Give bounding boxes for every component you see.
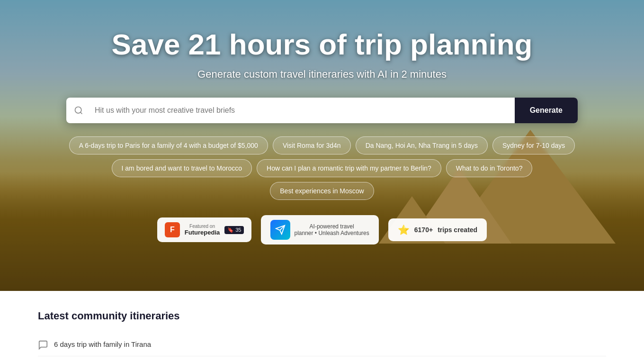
itinerary-text-1: 6 days trip with family in Tirana xyxy=(54,339,151,349)
comment-icon-1 xyxy=(38,340,48,350)
community-section: Latest community itineraries 6 days trip… xyxy=(0,291,644,362)
featured-label: Featured on xyxy=(185,224,220,229)
hero-subtitle: Generate custom travel itineraries with … xyxy=(19,68,625,81)
chip-morocco[interactable]: I am bored and want to travel to Morocco xyxy=(112,159,252,177)
chip-paris[interactable]: A 6-days trip to Paris for a family of 4… xyxy=(69,136,268,154)
trips-label: trips created xyxy=(438,226,477,234)
hero-title: Save 21 hours of trip planning xyxy=(19,28,625,61)
trips-count: 6170+ xyxy=(414,226,433,234)
svg-point-0 xyxy=(75,107,81,113)
itinerary-item-2[interactable]: A weekend trip to Bradenton area, Florid… xyxy=(38,356,606,362)
badges-row: F Featured on Futurepedia 🔖 35 xyxy=(19,215,625,244)
chip-roma[interactable]: Visit Roma for 3d4n xyxy=(273,136,351,154)
bookmark-count: 🔖 35 xyxy=(224,226,244,234)
star-icon: ⭐ xyxy=(398,224,410,235)
futurepedia-name: Futurepedia xyxy=(185,229,220,236)
bookmark-icon: 🔖 xyxy=(227,227,234,233)
itinerary-item[interactable]: 6 days trip with family in Tirana xyxy=(38,334,606,356)
search-input[interactable] xyxy=(91,98,515,123)
hero-section: Save 21 hours of trip planning Generate … xyxy=(0,0,644,291)
chip-toronto[interactable]: What to do in Toronto? xyxy=(446,159,533,177)
futurepedia-logo: F xyxy=(165,222,180,237)
search-icon xyxy=(66,106,91,115)
hero-content: Save 21 hours of trip planning Generate … xyxy=(0,28,644,244)
plantrips-logo xyxy=(270,220,290,240)
generate-button[interactable]: Generate xyxy=(515,98,578,123)
plantrips-text: AI-powered travel planner • Unleash Adve… xyxy=(294,223,369,236)
futurepedia-text: Featured on Futurepedia xyxy=(185,224,220,236)
trips-created-badge: ⭐ 6170+ trips created xyxy=(388,218,487,241)
community-title: Latest community itineraries xyxy=(38,310,606,322)
chip-sydney[interactable]: Sydney for 7-10 days xyxy=(492,136,575,154)
plantrips-badge[interactable]: AI-powered travel planner • Unleash Adve… xyxy=(261,215,378,244)
search-bar: Generate xyxy=(66,98,578,123)
chip-danang[interactable]: Da Nang, Hoi An, Nha Trang in 5 days xyxy=(356,136,488,154)
suggestion-chips: A 6-days trip to Paris for a family of 4… xyxy=(66,136,578,200)
futurepedia-badge[interactable]: F Featured on Futurepedia 🔖 35 xyxy=(157,217,252,242)
chip-moscow[interactable]: Best experiences in Moscow xyxy=(270,182,374,200)
chip-berlin[interactable]: How can I plan a romantic trip with my p… xyxy=(257,159,441,177)
